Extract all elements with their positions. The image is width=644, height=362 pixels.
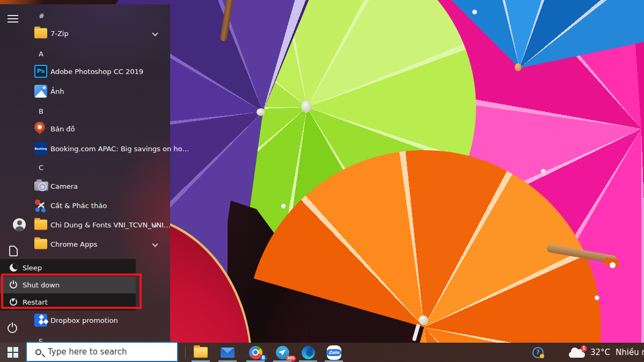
file-explorer-icon <box>194 347 208 358</box>
folder-icon <box>34 28 47 39</box>
taskbar-zalo[interactable]: Zalo <box>321 343 346 362</box>
highlight-annotation-box <box>1 274 142 309</box>
start-menu-item-label: Adobe Photoshop CC 2019 <box>50 68 143 76</box>
windows-logo-icon <box>8 347 18 358</box>
start-menu-item-dropbox[interactable]: Dropbox promotion <box>0 311 170 330</box>
folder-icon <box>34 220 47 230</box>
section-header: B <box>39 107 43 115</box>
start-menu-section-hash[interactable]: # <box>0 6 170 25</box>
mail-icon <box>221 348 235 358</box>
start-menu-item-chi-dung-fonts[interactable]: Chi Dung & Fonts VNI_TCVN_UNI… <box>0 215 170 234</box>
start-menu-item-camera[interactable]: Camera <box>0 176 170 196</box>
taskbar-telegram[interactable]: 303 <box>270 343 295 362</box>
start-menu-item-label: Cắt & Phác thảo <box>50 202 107 210</box>
weather-alert-badge: 1 <box>581 345 587 352</box>
photos-icon <box>34 85 47 98</box>
taskbar-search[interactable] <box>26 342 178 362</box>
start-menu-item-label: 7-Zip <box>50 29 69 38</box>
sleep-label: Sleep <box>23 264 42 272</box>
umbrella-rib-tip <box>281 204 286 209</box>
start-menu-item-booking[interactable]: Booking Booking.com APAC: Big savings on… <box>0 139 170 158</box>
taskbar: B 303 Zalo ? 1 32°C Nhiều mây <box>0 343 644 362</box>
start-menu-section-b[interactable]: B <box>0 101 170 121</box>
taskbar-separator <box>185 346 186 358</box>
start-menu-item-label: Camera <box>50 182 78 190</box>
weather-condition-label: Nhiều mây <box>616 348 644 357</box>
start-menu-item-photos[interactable]: Ảnh <box>0 82 170 101</box>
moon-icon <box>10 264 18 272</box>
weather-widget[interactable]: 1 32°C Nhiều mây <box>569 343 644 362</box>
photoshop-icon: Ps <box>34 65 47 78</box>
camera-icon <box>34 182 48 191</box>
cloud-icon: 1 <box>569 352 585 358</box>
edge-icon <box>302 346 315 359</box>
zalo-icon: Zalo <box>327 345 341 360</box>
taskbar-edge[interactable] <box>296 343 320 362</box>
taskbar-chrome[interactable]: B <box>243 343 268 362</box>
start-menu-item-chrome-apps[interactable]: Chrome Apps <box>0 234 170 254</box>
start-menu-item-snip-sketch[interactable]: Cắt & Phác thảo <box>0 196 170 215</box>
umbrella-rib-tip <box>595 295 599 300</box>
start-menu-item-label: Dropbox promotion <box>50 316 118 324</box>
start-button[interactable] <box>0 343 26 362</box>
start-menu-section-a[interactable]: A <box>0 44 170 63</box>
umbrella-tip <box>515 63 522 71</box>
windows-desktop: # 7-Zip A Ps Adobe Photoshop CC 2019 Ảnh… <box>0 0 644 362</box>
umbrella-shaft <box>412 324 421 342</box>
question-mark-icon: ? <box>536 349 540 356</box>
help-status-dot <box>540 354 544 358</box>
help-button[interactable]: ? <box>532 347 544 358</box>
umbrella-rib-tip <box>472 10 477 14</box>
chevron-down-icon <box>152 30 158 36</box>
start-menu-item-label: Bản đồ <box>50 125 75 133</box>
maps-pin-icon <box>34 122 45 136</box>
start-menu-item-label: Ảnh <box>50 87 64 95</box>
taskbar-file-explorer[interactable] <box>188 343 213 362</box>
temperature-label: 32°C <box>590 348 610 357</box>
section-header: C <box>39 164 43 172</box>
start-menu-section-c[interactable]: C <box>0 158 170 177</box>
search-input[interactable] <box>47 346 177 357</box>
chevron-down-icon <box>152 241 158 247</box>
start-menu-item-label: Booking.com APAC: Big savings on ho… <box>50 145 189 153</box>
section-header: A <box>39 50 43 58</box>
start-menu-item-photoshop[interactable]: Ps Adobe Photoshop CC 2019 <box>0 62 170 81</box>
start-menu-item-7zip[interactable]: 7-Zip <box>0 24 170 43</box>
umbrella-handle <box>610 262 616 268</box>
umbrella-cap <box>257 108 265 116</box>
start-menu-item-label: Chrome Apps <box>50 240 97 248</box>
section-header: # <box>39 12 45 20</box>
taskbar-mail[interactable] <box>215 343 240 362</box>
umbrella-rib-tip <box>541 169 546 174</box>
search-icon <box>35 349 41 355</box>
folder-icon <box>34 239 47 249</box>
start-menu-item-maps[interactable]: Bản đồ <box>0 119 170 138</box>
booking-icon: Booking <box>34 142 47 155</box>
scissors-icon <box>34 199 47 212</box>
umbrella-cap <box>419 315 428 325</box>
dropbox-icon <box>34 314 47 327</box>
umbrella-cap <box>301 101 312 113</box>
